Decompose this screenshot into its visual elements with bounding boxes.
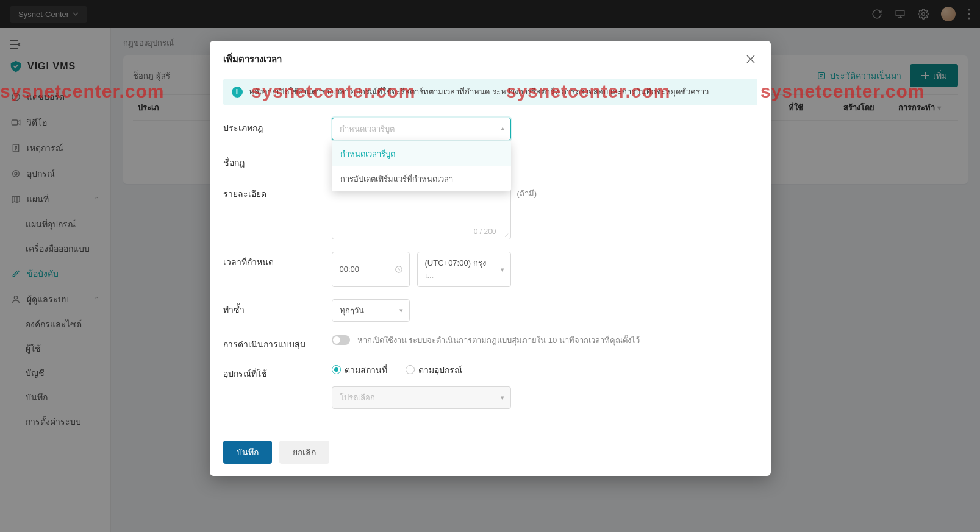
label-random: การดำเนินการแบบสุ่ม bbox=[223, 334, 332, 351]
radio-icon bbox=[332, 365, 341, 374]
label-schedtime: เวลาที่กำหนด bbox=[223, 252, 332, 269]
label-rulename: ชื่อกฎ bbox=[223, 152, 332, 169]
ruletype-select[interactable]: กำหนดเวลารีบูต ▾ bbox=[332, 118, 511, 140]
radio-icon bbox=[406, 365, 415, 374]
dropdown-option-firmware[interactable]: การอัปเดตเฟิร์มแวร์ที่กำหนดเวลา bbox=[332, 166, 511, 191]
clock-icon bbox=[395, 265, 403, 274]
close-icon bbox=[746, 55, 755, 63]
label-applied: อุปกรณ์ที่ใช้ bbox=[223, 363, 332, 380]
random-toggle[interactable] bbox=[332, 335, 350, 345]
info-banner: i หลังจากเปิดใช้งานตารางเวลา อุปกรณ์ที่ใ… bbox=[223, 79, 757, 105]
ruletype-dropdown: กำหนดเวลารีบูต การอัปเดตเฟิร์มแวร์ที่กำห… bbox=[332, 141, 511, 191]
cancel-button[interactable]: ยกเลิก bbox=[279, 441, 329, 464]
radio-by-location[interactable]: ตามสถานที่ bbox=[332, 363, 387, 377]
time-value: 00:00 bbox=[340, 264, 360, 274]
close-button[interactable] bbox=[744, 52, 757, 66]
info-text: หลังจากเปิดใช้งานตารางเวลา อุปกรณ์ที่ใช้… bbox=[249, 86, 709, 98]
timezone-select[interactable]: (UTC+07:00) กรุงเ... ▾ bbox=[417, 252, 511, 287]
label-desc: รายละเอียด bbox=[223, 183, 332, 200]
label-ruletype: ประเภทกฎ bbox=[223, 118, 332, 135]
random-desc: หากเปิดใช้งาน ระบบจะดำเนินการตามกฎแบบสุ่… bbox=[357, 334, 640, 347]
chevron-down-icon: ▾ bbox=[501, 394, 504, 402]
chevron-up-icon: ▾ bbox=[501, 125, 504, 133]
modal-title: เพิ่มตารางเวลา bbox=[223, 52, 282, 66]
info-icon: i bbox=[232, 87, 243, 98]
chevron-down-icon: ▾ bbox=[399, 307, 403, 314]
save-button[interactable]: บันทึก bbox=[223, 441, 272, 464]
radio-label: ตามอุปกรณ์ bbox=[418, 363, 462, 377]
add-schedule-modal: เพิ่มตารางเวลา i หลังจากเปิดใช้งานตารางเ… bbox=[210, 41, 771, 476]
ruletype-placeholder: กำหนดเวลารีบูต bbox=[340, 122, 395, 135]
repeat-select[interactable]: ทุกๆวัน ▾ bbox=[332, 299, 410, 322]
radio-by-device[interactable]: ตามอุปกรณ์ bbox=[406, 363, 462, 377]
dropdown-option-reboot[interactable]: กำหนดเวลารีบูต bbox=[332, 141, 511, 166]
chevron-down-icon: ▾ bbox=[501, 265, 504, 273]
select-placeholder: โปรดเลือก bbox=[340, 391, 375, 404]
char-count: 0 / 200 bbox=[474, 227, 496, 236]
timezone-value: (UTC+07:00) กรุงเ... bbox=[425, 257, 492, 282]
repeat-value: ทุกๆวัน bbox=[340, 304, 364, 317]
radio-label: ตามสถานที่ bbox=[345, 363, 387, 377]
label-repeat: ทำซ้ำ bbox=[223, 299, 332, 316]
optional-hint: (ถ้ามี) bbox=[511, 183, 537, 200]
time-input[interactable]: 00:00 bbox=[332, 252, 410, 287]
location-select[interactable]: โปรดเลือก ▾ bbox=[332, 386, 511, 409]
